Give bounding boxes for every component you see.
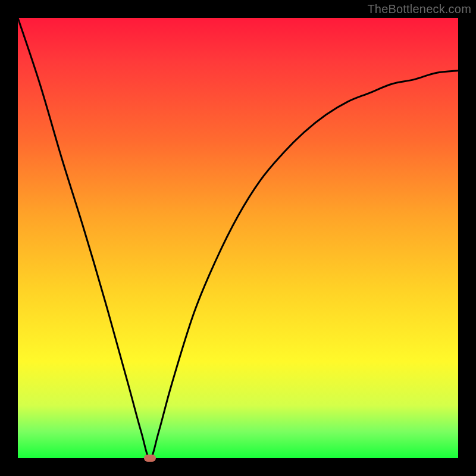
chart-frame: TheBottleneck.com (0, 0, 476, 476)
plot-area (18, 18, 458, 458)
minimum-marker (144, 455, 156, 462)
bottleneck-curve (18, 18, 458, 458)
watermark-text: TheBottleneck.com (367, 2, 471, 16)
